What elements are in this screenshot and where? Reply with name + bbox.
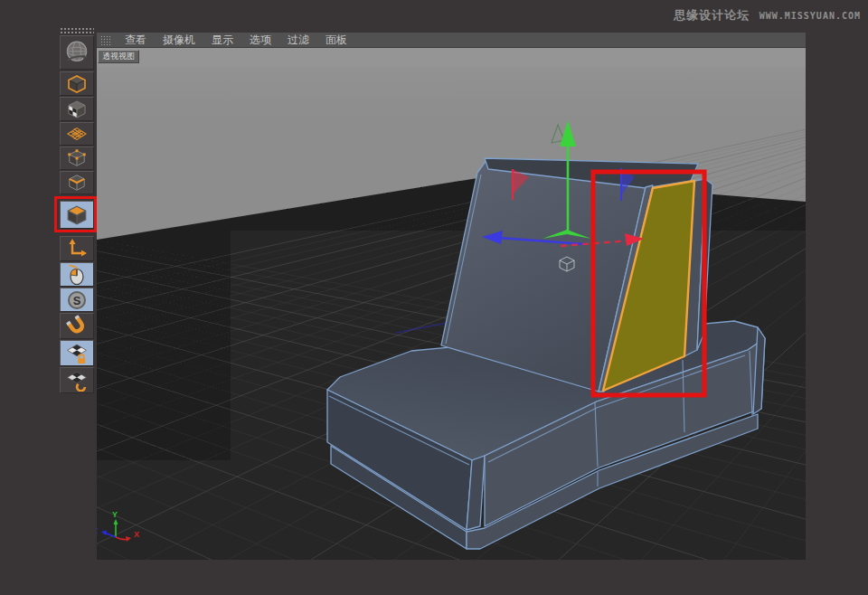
soft-selection-button[interactable]: S	[60, 288, 94, 312]
menu-view[interactable]: 查看	[117, 33, 155, 48]
menu-camera[interactable]: 摄像机	[155, 33, 203, 48]
menubar-grip-handle[interactable]	[100, 35, 111, 45]
magnet-tool-button[interactable]	[60, 313, 94, 339]
polygons-mode-cube-icon	[64, 203, 90, 227]
magnet-icon	[65, 315, 89, 337]
world-y-label: Y	[112, 510, 118, 519]
watermark-url: WWW.MISSYUAN.COM	[760, 11, 861, 21]
points-mode-button[interactable]	[60, 146, 94, 170]
workplane-lock-icon	[65, 342, 89, 364]
workplane-lock-button[interactable]	[60, 340, 94, 366]
watermark-title: 思缘设计论坛	[674, 8, 750, 22]
workplane-mode-button[interactable]	[60, 122, 94, 146]
texture-mode-button[interactable]	[60, 97, 94, 121]
horizon-fade	[97, 67, 806, 117]
model-mode-button[interactable]	[60, 71, 94, 96]
snap-icon	[65, 369, 89, 392]
snap-settings-button[interactable]	[60, 367, 94, 393]
menu-filter[interactable]: 过滤	[279, 33, 317, 48]
backrest-mesh[interactable]	[441, 158, 712, 392]
menu-options[interactable]: 选项	[241, 33, 279, 48]
soft-selection-icon: S	[65, 289, 89, 311]
viewport-menubar: 查看 摄像机 显示 选项 过滤 面板	[97, 33, 806, 48]
points-mode-cube-icon	[65, 148, 89, 168]
mouse-icon	[65, 264, 89, 286]
world-x-label: X	[134, 530, 139, 539]
svg-text:S: S	[73, 293, 81, 307]
axis-arrows-icon	[65, 238, 89, 260]
menu-display[interactable]: 显示	[203, 33, 241, 48]
enable-axis-button[interactable]	[60, 236, 94, 261]
watermark: 思缘设计论坛 WWW.MISSYUAN.COM	[674, 6, 861, 24]
model-mode-cube-icon	[65, 73, 89, 95]
edges-mode-cube-icon	[65, 173, 89, 193]
toolbar-grip-handle[interactable]	[60, 27, 94, 33]
viewport-name-label: 透视视图	[98, 50, 139, 63]
workplane-grid-icon	[65, 124, 89, 144]
polygons-mode-button[interactable]	[60, 201, 94, 229]
make-editable-button[interactable]	[60, 35, 94, 70]
tweak-mode-button[interactable]	[60, 262, 94, 287]
viewport-canvas[interactable]: Y X Z	[97, 48, 806, 560]
texture-mode-cube-icon	[65, 99, 89, 120]
c4d-application-window: 思缘设计论坛 WWW.MISSYUAN.COM	[0, 0, 868, 595]
menu-panel[interactable]: 面板	[317, 33, 355, 48]
globe-icon	[63, 38, 90, 67]
perspective-viewport[interactable]: Y X Z 透视视图	[97, 48, 806, 560]
mode-toolbar: S	[0, 0, 54, 595]
edges-mode-button[interactable]	[60, 171, 94, 194]
